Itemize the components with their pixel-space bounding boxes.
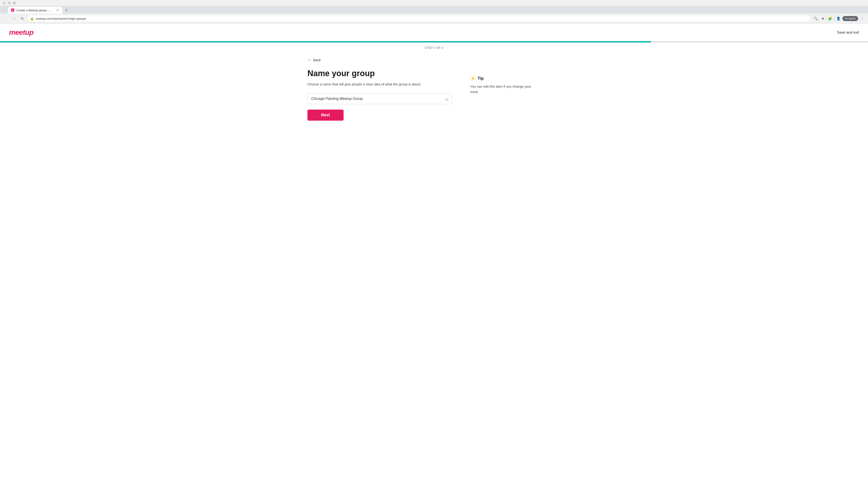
tab-close-button[interactable]: ✕	[56, 8, 60, 12]
app-header: meetup Save and exit	[0, 24, 868, 41]
tip-text: You can edit this later if you change yo…	[470, 84, 538, 95]
back-link-label: Back	[313, 58, 321, 62]
url-text: meetup.com/start/name?origin=groups	[36, 17, 808, 20]
extensions-button[interactable]: 🧩	[827, 15, 833, 22]
browser-chrome: ─ □ ✕ ⌄ m Create a Meetup group - Meet..…	[0, 0, 868, 24]
address-bar-row: ← → ↻ 🔒 meetup.com/start/name?origin=gro…	[0, 13, 868, 24]
save-exit-button[interactable]: Save and exit	[837, 31, 859, 35]
close-button[interactable]: ✕	[13, 1, 16, 4]
title-bar: ─ □ ✕	[0, 0, 868, 6]
toolbar-divider	[834, 16, 834, 21]
address-bar[interactable]: 🔒 meetup.com/start/name?origin=groups	[27, 15, 811, 22]
window-controls: ─ □ ✕	[3, 1, 16, 4]
app: meetup Save and exit STEP 3 OF 4 ← Back …	[0, 24, 868, 134]
active-tab[interactable]: m Create a Meetup group - Meet... ✕	[8, 7, 62, 13]
browser-actions: 🔍 ★ 🧩 👤 Incognito ⋮	[812, 15, 865, 22]
step-indicator: STEP 3 OF 4	[0, 42, 868, 53]
back-link[interactable]: ← Back	[307, 58, 452, 62]
profile-button[interactable]: 👤	[835, 15, 842, 22]
tab-bar: ⌄ m Create a Meetup group - Meet... ✕ +	[0, 6, 868, 13]
lock-icon: 🔒	[30, 17, 34, 20]
new-tab-button[interactable]: +	[63, 7, 70, 13]
back-arrow-icon: ←	[307, 58, 311, 62]
form-section: ← Back Name your group Choose a name tha…	[307, 58, 452, 121]
reload-button[interactable]: ↻	[19, 15, 25, 22]
incognito-badge: Incognito	[842, 16, 858, 21]
next-button[interactable]: Next	[307, 109, 344, 121]
meetup-favicon: m	[11, 8, 14, 12]
main-content: ← Back Name your group Choose a name tha…	[298, 53, 569, 134]
maximize-button[interactable]: □	[8, 1, 11, 4]
search-icon-button[interactable]: 🔍	[812, 15, 819, 22]
tab-favicon: m	[11, 8, 14, 12]
lightning-icon: ⚡	[470, 76, 476, 81]
tip-header: ⚡ Tip	[470, 76, 538, 81]
meetup-logo[interactable]: meetup	[9, 28, 33, 37]
char-count: 31	[445, 98, 449, 101]
group-name-input-container: 31	[307, 93, 452, 104]
incognito-label: Incognito	[845, 17, 856, 20]
page-subtitle: Choose a name that will give people a cl…	[307, 82, 452, 87]
tip-title: Tip	[477, 76, 484, 81]
minimize-button[interactable]: ─	[3, 1, 6, 4]
tab-title: Create a Meetup group - Meet...	[16, 8, 54, 12]
bookmark-button[interactable]: ★	[819, 15, 826, 22]
group-name-input[interactable]	[311, 97, 448, 101]
back-nav-button[interactable]: ←	[3, 15, 9, 22]
tip-section: ⚡ Tip You can edit this later if you cha…	[470, 58, 538, 95]
tab-group-button[interactable]: ⌄	[2, 7, 7, 13]
forward-nav-button[interactable]: →	[11, 15, 17, 22]
page-title: Name your group	[307, 69, 452, 78]
menu-button[interactable]: ⋮	[859, 15, 865, 22]
